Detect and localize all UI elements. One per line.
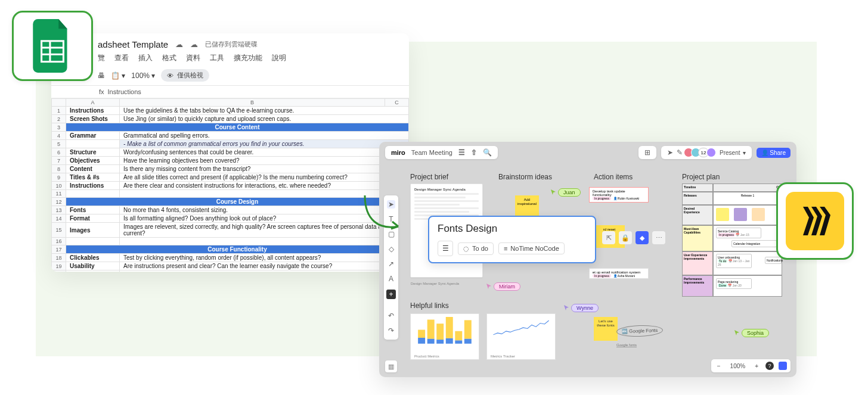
zoom-out[interactable]: − — [715, 363, 723, 369]
plan-desired: Desired Experience — [682, 205, 713, 225]
avatar[interactable] — [706, 148, 716, 157]
marker-icon[interactable]: ✎ — [677, 148, 683, 157]
sheets-icon — [32, 19, 73, 73]
sheets-menubar: 覽 查看 插入 格式 資料 工具 擴充功能 說明 — [98, 53, 398, 63]
card-popup[interactable]: Fonts Design ☰ ◌To do ≡NoTime NoCode — [428, 216, 596, 263]
cursor-sophia: Sophia — [734, 329, 769, 337]
svg-rect-4 — [418, 330, 425, 338]
miro-logo[interactable]: miro — [391, 149, 405, 156]
action-card-1[interactable]: Develop task update functionality In pro… — [589, 187, 649, 203]
menu-view[interactable]: 查看 — [114, 53, 129, 63]
plan-q1: Q1 — [713, 183, 782, 192]
svg-rect-9 — [436, 340, 444, 344]
lock-icon[interactable]: 🔒 — [619, 231, 632, 244]
menu-format[interactable]: 格式 — [162, 53, 176, 63]
stack-icon: ≡ — [504, 245, 507, 252]
saved-status: 已儲存到雲端硬碟 — [205, 40, 258, 49]
more-icon[interactable]: ⋯ — [652, 231, 665, 244]
menu-data[interactable]: 資料 — [186, 53, 200, 63]
upload-icon[interactable]: ⇧ — [471, 148, 477, 157]
cursor-wynne: Wynne — [564, 304, 599, 312]
menu-extensions[interactable]: 擴充功能 — [234, 53, 262, 63]
avatars[interactable]: 12 — [686, 148, 716, 157]
plan-desired-cells — [713, 205, 782, 225]
present-button[interactable]: Present ▾ — [720, 150, 745, 156]
plan-cal: Calendar Integration — [731, 240, 777, 247]
frames-panel-icon[interactable]: ▥ — [385, 360, 397, 372]
zoom-select[interactable]: 100% ▾ — [131, 71, 155, 80]
action-card-3[interactable]: et up email notification system In progr… — [589, 268, 649, 279]
zoom-in[interactable]: + — [752, 363, 761, 369]
gfonts-text[interactable]: Google fonts — [616, 343, 637, 347]
cursor-icon[interactable]: ➤ — [667, 148, 673, 157]
list-icon[interactable]: ☰ — [438, 241, 453, 256]
status-badge: In progress — [593, 197, 611, 200]
search-icon[interactable]: 🔍 — [483, 148, 492, 157]
chart-metrics-tracker[interactable]: Metrics Tracker — [486, 313, 556, 360]
sheets-doc-title[interactable]: adsheet Template — [98, 39, 168, 49]
menu-tools[interactable]: 工具 — [210, 53, 224, 63]
arrow-connector — [361, 191, 409, 241]
apps-icon[interactable]: ⊞ — [644, 148, 650, 157]
svg-rect-8 — [436, 324, 444, 340]
plan-perf-cell: Page rendering Done 📅 Jan 20 — [713, 275, 782, 297]
plan-ux-cell: User onboarding To do 📅 Jan 13 – Jan 26 … — [713, 251, 782, 275]
share-button[interactable]: 👤 Share — [757, 148, 790, 158]
brief-caption: Design Manager Sync Agenda — [411, 282, 459, 285]
ctx-highlight-icon[interactable]: ◆ — [636, 231, 649, 244]
share-icon[interactable]: ☁ — [175, 40, 183, 49]
help-icon[interactable]: ? — [765, 362, 774, 370]
name-box[interactable]: fxInstructions — [51, 86, 409, 98]
print-icon[interactable]: 🖶 — [98, 71, 105, 80]
eye-icon: 👁 — [167, 72, 173, 79]
svg-rect-6 — [427, 319, 435, 338]
plan-rel1: Release 1 — [713, 192, 782, 205]
sheets-app-badge — [12, 11, 93, 81]
miro-window: miro Team Meeting ☰ ⇧ 🔍 ⊞ ➤ ✎ 12 Present… — [379, 142, 796, 377]
cloud-saved-icon: ☁ — [190, 40, 198, 49]
svg-rect-12 — [455, 331, 462, 341]
menu-insert[interactable]: 插入 — [138, 53, 153, 63]
ctx-share-icon[interactable]: ⇱ — [602, 231, 615, 244]
svg-rect-14 — [464, 320, 472, 338]
zoom-level[interactable]: 100% — [728, 363, 748, 369]
clipboard-icon[interactable]: 📋 ▾ — [111, 71, 125, 80]
sheets-toolbar: 🖶 📋 ▾ 100% ▾ 👁僅供檢視 — [51, 66, 409, 86]
svg-rect-15 — [464, 339, 472, 344]
plan-timeline-header: Timeline — [682, 183, 713, 192]
miro-icon — [797, 203, 833, 239]
plan-must: Must-Have Capabilities — [682, 225, 713, 251]
card-tag-todo[interactable]: ◌To do — [458, 242, 494, 255]
status-badge: In progress — [593, 274, 611, 278]
heading-links: Helpful links — [410, 301, 449, 310]
view-only-badge[interactable]: 👁僅供檢視 — [161, 69, 209, 82]
heading-plan: Project plan — [682, 173, 720, 181]
project-plan-grid[interactable]: Timeline Q1 Releases Release 1 Desired E… — [682, 183, 782, 315]
cursor-juan: Juan — [551, 188, 581, 197]
miro-canvas[interactable]: Project brief Brainstorm ideas Action it… — [379, 163, 796, 377]
cursor-miriam: Miriam — [486, 282, 520, 291]
menu-icon[interactable]: ☰ — [458, 148, 465, 157]
card-tag-team[interactable]: ≡NoTime NoCode — [498, 242, 565, 254]
miro-zoom-bar: − 100% + ? — [711, 359, 790, 372]
svg-rect-5 — [418, 338, 425, 344]
svg-rect-10 — [446, 317, 453, 338]
sticky-fonts[interactable]: Let's use these fonts — [594, 317, 618, 341]
card-title[interactable]: Fonts Design — [438, 223, 587, 235]
board-name[interactable]: Team Meeting — [411, 149, 452, 156]
svg-rect-7 — [427, 339, 435, 344]
action1-title: Develop task update functionality — [593, 189, 645, 197]
menu-help[interactable]: 說明 — [272, 53, 286, 63]
context-toolbar: ⇱ 🔒 ◆ ⋯ — [602, 231, 665, 244]
plan-perf: Performance Improvements — [682, 275, 713, 297]
menu-0[interactable]: 覽 — [98, 53, 105, 63]
svg-rect-13 — [455, 340, 462, 343]
spreadsheet-grid[interactable]: ABC1InstructionsUse the guidelines & the… — [51, 98, 409, 272]
svg-rect-11 — [446, 338, 453, 344]
dashed-circle-icon: ◌ — [463, 245, 469, 253]
chart-product-metrics[interactable]: Product Metrics — [410, 313, 479, 360]
plan-must-cell: Service Catalog In progress 📅 Jan 15 Cal… — [713, 225, 782, 251]
minimap-icon[interactable] — [779, 362, 787, 370]
sheets-window: adsheet Template ☁ ☁ 已儲存到雲端硬碟 覽 查看 插入 格式… — [51, 33, 409, 272]
google-fonts-link[interactable]: 🔤 Google Fonts — [616, 325, 664, 338]
